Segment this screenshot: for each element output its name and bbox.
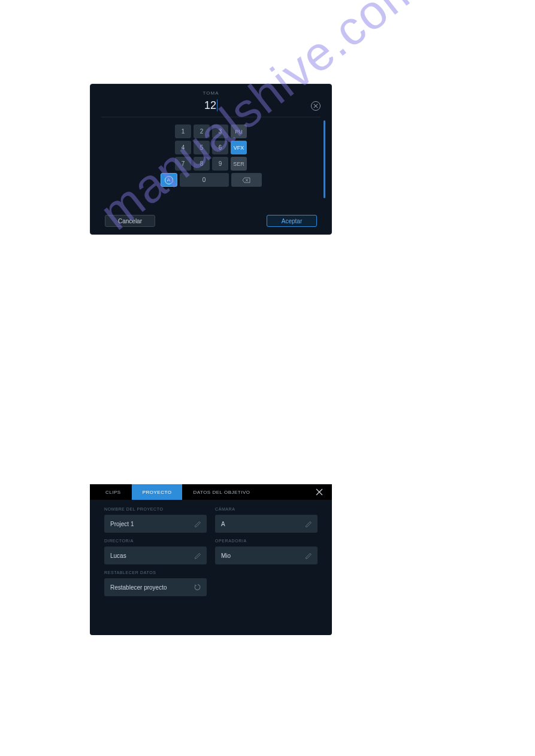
key-pu[interactable]: PU (231, 125, 247, 138)
tab-clips[interactable]: CLIPS (90, 484, 132, 500)
reset-project-button[interactable]: Restablecer proyecto (104, 578, 207, 596)
project-name-value: Project 1 (110, 521, 134, 527)
tab-proyecto[interactable]: PROYECTO (132, 484, 183, 500)
director-label: DIRECTOR/A (104, 539, 207, 543)
key-9[interactable]: 9 (212, 157, 228, 171)
camera-value: A (221, 521, 225, 527)
close-button[interactable] (315, 488, 324, 496)
key-auto[interactable]: A (161, 173, 177, 187)
take-value: 12 (90, 99, 331, 112)
key-vfx[interactable]: VFX (231, 141, 247, 154)
auto-icon: A (165, 176, 173, 184)
reset-project-value: Restablecer proyecto (110, 584, 167, 591)
key-0[interactable]: 0 (180, 173, 229, 187)
edit-icon (304, 551, 313, 560)
x-icon (313, 104, 318, 108)
keypad: 1 2 3 PU 4 5 6 VFX 7 8 9 SER A 0 (90, 125, 331, 187)
key-8[interactable]: 8 (194, 157, 210, 171)
tab-datos-objetivo[interactable]: DATOS DEL OBJETIVO (182, 484, 261, 500)
director-value: Lucas (110, 552, 126, 559)
project-metadata-panel: CLIPS PROYECTO DATOS DEL OBJETIVO NOMBRE… (90, 484, 332, 635)
key-backspace[interactable] (231, 173, 262, 187)
key-ser[interactable]: SER (231, 157, 247, 171)
project-name-field[interactable]: Project 1 (104, 515, 207, 533)
operator-label: OPERADOR/A (215, 539, 318, 543)
operator-value: Mio (221, 552, 231, 559)
key-6[interactable]: 6 (212, 141, 228, 154)
key-5[interactable]: 5 (194, 141, 210, 154)
scrollbar[interactable] (324, 120, 325, 198)
operator-field[interactable]: Mio (215, 546, 318, 564)
clear-button[interactable] (311, 101, 321, 111)
edit-icon (194, 551, 202, 560)
divider (101, 117, 321, 117)
project-name-label: NOMBRE DEL PROYECTO (104, 507, 207, 511)
project-form: NOMBRE DEL PROYECTO Project 1 CÁMARA A D… (90, 500, 332, 609)
close-icon (316, 488, 323, 496)
cancel-button[interactable]: Cancelar (105, 215, 155, 227)
tabs: CLIPS PROYECTO DATOS DEL OBJETIVO (90, 484, 332, 500)
edit-icon (304, 520, 313, 528)
camera-label: CÁMARA (215, 507, 318, 511)
accept-button[interactable]: Aceptar (267, 215, 317, 227)
camera-field[interactable]: A (215, 515, 318, 533)
key-7[interactable]: 7 (175, 157, 191, 171)
take-label: TOMA (90, 90, 331, 96)
key-2[interactable]: 2 (194, 125, 210, 138)
take-keypad-dialog: TOMA 12 1 2 3 PU 4 5 6 VFX 7 8 9 SER A 0 (90, 84, 332, 235)
edit-icon (194, 520, 202, 528)
key-4[interactable]: 4 (175, 141, 191, 154)
reset-icon (194, 583, 202, 591)
key-1[interactable]: 1 (175, 125, 191, 138)
key-3[interactable]: 3 (212, 125, 228, 138)
reset-label: RESTABLECER DATOS (104, 570, 207, 575)
backspace-icon (242, 177, 250, 183)
director-field[interactable]: Lucas (104, 546, 207, 564)
